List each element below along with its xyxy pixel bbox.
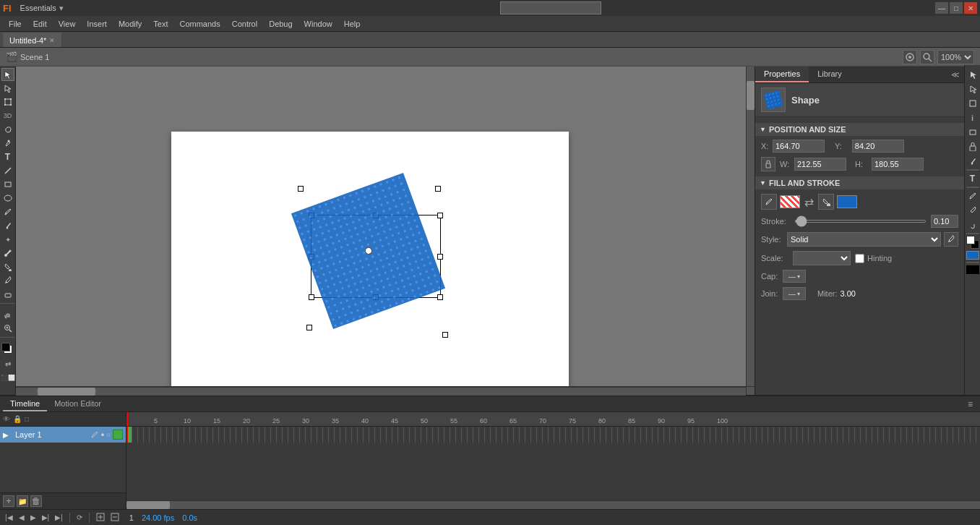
sel-handle-mr[interactable] (437, 254, 443, 260)
free-transform-tool[interactable] (1, 95, 14, 108)
rect-tool[interactable] (1, 178, 14, 191)
timeline-horizontal-scrollbar[interactable] (126, 500, 980, 509)
style-eyedropper-icon[interactable] (944, 232, 958, 247)
add-folder-button[interactable]: 📁 (17, 495, 28, 507)
step-forward-button[interactable]: ▶| (40, 513, 52, 521)
step-back-button[interactable]: ◀ (17, 513, 27, 521)
eyedropper-tool[interactable] (1, 274, 14, 287)
cap-button[interactable]: —▾ (783, 270, 806, 283)
hinting-checkbox[interactable] (855, 254, 864, 263)
rot-handle-tl[interactable] (298, 186, 304, 192)
reset-colors-tool[interactable]: ⬛⬜ (1, 371, 14, 384)
rot-handle-br[interactable] (442, 332, 448, 338)
zoom-magnifier-icon[interactable] (920, 50, 934, 64)
selection-tool[interactable] (1, 68, 14, 81)
rstrip-constrain-tool[interactable] (966, 126, 979, 139)
menu-file[interactable]: File (3, 18, 27, 30)
hand-tool[interactable] (1, 308, 14, 321)
fill-stroke-header[interactable]: ▼ FILL AND STROKE (755, 176, 964, 189)
rstrip-transform-tool[interactable] (966, 97, 979, 110)
rstrip-fill-swatch[interactable] (966, 251, 979, 260)
stroke-color-swatch[interactable] (780, 195, 800, 208)
stroke-style-select[interactable]: Solid (787, 232, 941, 247)
tab-library[interactable]: Library (809, 67, 851, 82)
menu-control[interactable]: Control (226, 18, 263, 30)
add-layer-button[interactable]: + (3, 495, 14, 507)
menu-window[interactable]: Window (298, 18, 338, 30)
loop-button[interactable]: ⟳ (74, 513, 85, 521)
go-to-last-button[interactable]: ▶| (53, 513, 65, 521)
go-to-first-button[interactable]: |◀ (3, 513, 15, 521)
search-input[interactable] (500, 1, 601, 14)
rstrip-hand-tool[interactable] (966, 218, 979, 231)
rot-handle-tr[interactable] (435, 186, 441, 192)
layer-visibility-icon[interactable]: ● (100, 431, 104, 438)
zoom-snap-icon[interactable] (903, 50, 917, 64)
3d-tool[interactable]: 3D (1, 109, 14, 122)
fill-color-swatch[interactable] (837, 195, 857, 208)
add-frame-button[interactable] (94, 513, 107, 523)
rstrip-info-tool[interactable]: i (966, 111, 979, 124)
scale-select[interactable] (793, 251, 851, 265)
join-button[interactable]: —▾ (783, 287, 806, 300)
lasso-tool[interactable] (1, 123, 14, 136)
canvas-area[interactable] (16, 67, 746, 386)
layer-lock-icon[interactable]: ○ (107, 431, 111, 438)
delete-layer-button[interactable]: 🗑 (30, 495, 42, 507)
canvas-vertical-scrollbar[interactable] (746, 67, 755, 386)
pen-tool[interactable] (1, 137, 14, 150)
sel-handle-br[interactable] (437, 294, 443, 300)
minimize-button[interactable]: — (935, 2, 948, 14)
timeline-frame-row[interactable] (126, 427, 980, 443)
rstrip-brush-tool[interactable] (966, 155, 979, 168)
sel-handle-bl[interactable] (309, 294, 314, 300)
stroke-swatch-toolbar[interactable] (1, 343, 14, 356)
shape-group[interactable] (298, 186, 450, 338)
rstrip-text-tool[interactable]: T (966, 172, 979, 185)
zoom-dropdown[interactable]: 100% (937, 50, 974, 64)
text-tool[interactable]: T (1, 150, 14, 163)
stroke-pencil-icon[interactable] (761, 194, 777, 210)
layer-pencil-icon[interactable] (91, 431, 98, 438)
pencil-tool[interactable] (1, 205, 14, 218)
sel-handle-tr[interactable] (437, 213, 443, 218)
menu-modify[interactable]: Modify (113, 18, 147, 30)
w-value[interactable]: 212.55 (794, 158, 846, 171)
menu-edit[interactable]: Edit (27, 18, 53, 30)
menu-insert[interactable]: Insert (81, 18, 113, 30)
workspace-dropdown-icon[interactable]: ▾ (59, 4, 64, 13)
swap-fill-stroke-icon[interactable]: ⇄ (803, 195, 815, 209)
playhead[interactable] (126, 427, 128, 443)
timeline-layer-row[interactable]: ▶ Layer 1 ● ○ (0, 427, 126, 443)
menu-help[interactable]: Help (338, 18, 366, 30)
eraser-tool[interactable] (1, 288, 14, 301)
y-value[interactable]: 84.20 (852, 140, 904, 153)
close-button[interactable]: ✕ (964, 2, 977, 14)
x-value[interactable]: 164.70 (773, 140, 825, 153)
menu-debug[interactable]: Debug (263, 18, 298, 30)
bone-tool[interactable] (1, 247, 14, 260)
zoom-tool[interactable] (1, 322, 14, 335)
maximize-button[interactable]: □ (950, 2, 963, 14)
document-tab[interactable]: Untitled-4* ✕ (3, 33, 61, 47)
rstrip-subselect-tool[interactable] (966, 82, 979, 95)
panel-collapse-button[interactable]: ≪ (947, 67, 964, 82)
play-button[interactable]: ▶ (28, 513, 38, 521)
blue-shape[interactable] (291, 173, 445, 329)
canvas-horizontal-scrollbar[interactable] (16, 387, 746, 396)
line-tool[interactable] (1, 164, 14, 177)
tab-close-icon[interactable]: ✕ (49, 37, 55, 44)
tab-motion-editor[interactable]: Motion Editor (47, 397, 108, 411)
menu-text[interactable]: Text (147, 18, 173, 30)
h-value[interactable]: 180.55 (872, 158, 924, 171)
subselection-tool[interactable] (1, 82, 14, 95)
menu-view[interactable]: View (53, 18, 82, 30)
rstrip-pencil-tool[interactable] (966, 189, 979, 202)
tab-properties[interactable]: Properties (755, 67, 809, 82)
remove-frame-button[interactable] (108, 513, 121, 523)
timeline-options-button[interactable]: ≡ (963, 399, 977, 409)
brush-tool[interactable] (1, 219, 14, 232)
paint-bucket-tool[interactable] (1, 260, 14, 273)
rstrip-arrow-tool[interactable] (966, 68, 979, 81)
rstrip-stroke-swatch[interactable] (966, 236, 979, 249)
